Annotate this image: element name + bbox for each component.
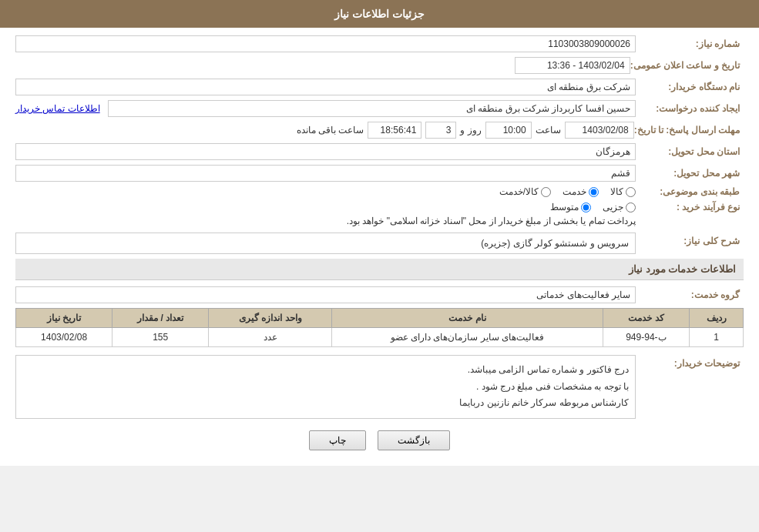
category-label: طبقه بندی موضوعی: xyxy=(636,186,744,197)
cell-unit: عدد xyxy=(209,328,332,347)
date-value: 1403/02/04 - 13:36 xyxy=(515,57,630,74)
cell-date: 1403/02/08 xyxy=(16,328,113,347)
buyer-notes-label: توضیحات خریدار: xyxy=(636,355,744,369)
response-days-label: روز و xyxy=(460,125,481,136)
category-radio-group: کالا خدمت کالا/خدمت xyxy=(499,186,636,197)
need-number-value: 1103003809000026 xyxy=(15,35,636,52)
delivery-city-value: قشم xyxy=(15,165,636,182)
services-table-section: ردیف کد خدمت نام خدمت واحد اندازه گیری ت… xyxy=(15,308,744,347)
buyer-org-label: نام دستگاه خریدار: xyxy=(636,82,744,92)
service-group-value: سایر فعالیت‌های خدماتی xyxy=(15,286,636,303)
service-group-label: گروه خدمت: xyxy=(636,289,744,300)
company-value: شرکت برق منطقه ای xyxy=(15,79,636,95)
purchase-type-notice: پرداخت تمام یا بخشی از مبلغ خریدار از مح… xyxy=(347,216,636,226)
response-time: 10:00 xyxy=(485,122,532,139)
cell-service-name: فعالیت‌های سایر سازمان‌های دارای عضو xyxy=(332,328,603,347)
delivery-city-label: شهر محل تحویل: xyxy=(636,168,744,179)
service-info-title: اطلاعات خدمات مورد نیاز xyxy=(15,259,744,280)
remaining-time: 18:56:41 xyxy=(368,122,421,139)
response-date: 1403/02/08 xyxy=(565,122,634,139)
table-row: 1 ب-94-949 فعالیت‌های سایر سازمان‌های دا… xyxy=(16,328,744,347)
cell-quantity: 155 xyxy=(113,328,209,347)
print-button[interactable]: چاپ xyxy=(309,430,366,450)
remaining-time-label: ساعت باقی مانده xyxy=(297,125,364,136)
creator-label: ایجاد کننده درخواست: xyxy=(636,103,744,114)
col-service-name: نام خدمت xyxy=(332,309,603,328)
category-option-goods[interactable]: کالا xyxy=(610,186,636,197)
cell-row-num: 1 xyxy=(690,328,744,347)
buyer-notes-line3: کارشناس مربوطه سرکار خانم نازنین دربایما xyxy=(22,395,629,412)
service-desc-value: سرویس و شستشو کولر گازی (جزیره) xyxy=(15,233,636,254)
purchase-type-label: نوع فرآیند خرید : xyxy=(636,202,744,212)
delivery-province-value: هرمزگان xyxy=(15,143,636,160)
buyer-notes-line2: با توجه به مشخصات فنی مبلغ درج شود . xyxy=(22,379,629,396)
buyer-notes-box: درج فاکتور و شماره تماس الزامی میباشد. ب… xyxy=(15,355,636,419)
response-days: 3 xyxy=(425,122,456,139)
cell-service-code: ب-94-949 xyxy=(603,328,690,347)
back-button[interactable]: بازگشت xyxy=(378,430,450,450)
contact-link[interactable]: اطلاعات تماس خریدار xyxy=(15,103,100,114)
page-title: جزئیات اطلاعات نیاز xyxy=(334,8,425,20)
category-option-service[interactable]: خدمت xyxy=(563,186,599,197)
need-number-label: شماره نیاز: xyxy=(636,38,744,49)
col-date: تاریخ نیاز xyxy=(16,309,113,328)
services-table: ردیف کد خدمت نام خدمت واحد اندازه گیری ت… xyxy=(15,308,744,347)
service-desc-label: شرح کلی نیاز: xyxy=(636,233,744,246)
category-option-both[interactable]: کالا/خدمت xyxy=(499,186,551,197)
buttons-row: بازگشت چاپ xyxy=(15,430,744,450)
buyer-notes-line1: درج فاکتور و شماره تماس الزامی میباشد. xyxy=(22,362,629,379)
purchase-option-partial[interactable]: جزیی xyxy=(603,202,636,212)
delivery-province-label: استان محل تحویل: xyxy=(636,146,744,157)
col-quantity: تعداد / مقدار xyxy=(113,309,209,328)
page-header: جزئیات اطلاعات نیاز xyxy=(0,0,759,28)
col-unit: واحد اندازه گیری xyxy=(209,309,332,328)
date-label: تاریخ و ساعت اعلان عمومی: xyxy=(630,60,744,71)
response-deadline-label: مهلت ارسال پاسخ: تا تاریخ: xyxy=(634,125,744,136)
creator-value: حسین افسا کاربرداز شرکت برق منطقه ای xyxy=(108,100,636,117)
col-service-code: کد خدمت xyxy=(603,309,690,328)
col-row-num: ردیف xyxy=(690,309,744,328)
response-time-label: ساعت xyxy=(536,125,561,136)
purchase-option-medium[interactable]: متوسط xyxy=(550,202,591,212)
